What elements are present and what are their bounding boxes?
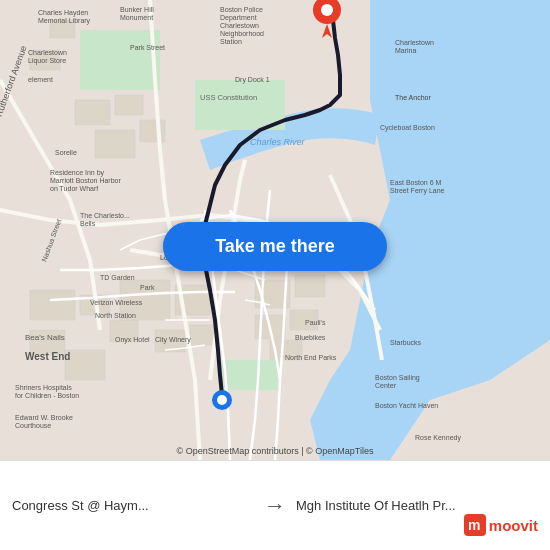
bottom-bar: Congress St @ Haym... → Mgh Institute Of… <box>0 460 550 550</box>
svg-text:Residence Inn by: Residence Inn by <box>50 169 105 177</box>
svg-text:Monument: Monument <box>120 14 153 21</box>
svg-text:TD Garden: TD Garden <box>100 274 135 281</box>
svg-text:Courthouse: Courthouse <box>15 422 51 429</box>
svg-text:The Charlesto...: The Charlesto... <box>80 212 130 219</box>
svg-text:Dry Dock 1: Dry Dock 1 <box>235 76 270 84</box>
svg-text:Liquor Store: Liquor Store <box>28 57 66 65</box>
svg-text:Charlestown: Charlestown <box>395 39 434 46</box>
svg-text:on Tudor Wharf: on Tudor Wharf <box>50 185 98 192</box>
svg-text:Starbucks: Starbucks <box>390 339 422 346</box>
svg-text:West End: West End <box>25 351 70 362</box>
svg-rect-16 <box>295 275 325 297</box>
svg-rect-9 <box>140 120 165 142</box>
svg-text:Park Street: Park Street <box>130 44 165 51</box>
svg-text:North End Parks: North End Parks <box>285 354 337 361</box>
svg-text:Pauli's: Pauli's <box>305 319 326 326</box>
map-container: Charles Hayden Memorial Library Bunker H… <box>0 0 550 460</box>
svg-point-25 <box>321 4 333 16</box>
map-attribution: © OpenStreetMap contributors | © OpenMap… <box>0 446 550 456</box>
svg-text:East Boston 6 M: East Boston 6 M <box>390 179 442 186</box>
svg-text:Memorial Library: Memorial Library <box>38 17 91 25</box>
svg-text:Neighborhood: Neighborhood <box>220 30 264 38</box>
svg-text:Bunker Hill: Bunker Hill <box>120 6 154 13</box>
moovit-logo: m moovit <box>464 514 538 536</box>
svg-rect-3 <box>195 80 285 130</box>
arrow-icon: → <box>254 493 296 519</box>
svg-text:The Anchor: The Anchor <box>395 94 431 101</box>
svg-text:Park: Park <box>140 284 155 291</box>
svg-text:Onyx Hotel: Onyx Hotel <box>115 336 150 344</box>
svg-text:Marriott Boston Harbor: Marriott Boston Harbor <box>50 177 121 184</box>
svg-text:Shriners Hospitals: Shriners Hospitals <box>15 384 72 392</box>
route-from: Congress St @ Haym... <box>12 498 254 513</box>
svg-text:Street Ferry Lane: Street Ferry Lane <box>390 187 445 195</box>
svg-text:City Winery: City Winery <box>155 336 191 344</box>
app: Charles Hayden Memorial Library Bunker H… <box>0 0 550 550</box>
svg-rect-1 <box>220 360 280 390</box>
svg-rect-8 <box>95 130 135 158</box>
svg-text:Center: Center <box>375 382 397 389</box>
take-me-there-button[interactable]: Take me there <box>163 222 387 271</box>
svg-rect-6 <box>75 100 110 125</box>
svg-text:Verizon Wireless: Verizon Wireless <box>90 299 143 306</box>
svg-text:Cycleboat Boston: Cycleboat Boston <box>380 124 435 132</box>
to-stop-label: Mgh Institute Of Heatlh Pr... <box>296 498 496 513</box>
route-info: Congress St @ Haym... → Mgh Institute Of… <box>12 493 538 519</box>
svg-text:Edward W. Brooke: Edward W. Brooke <box>15 414 73 421</box>
svg-text:Bluebikes: Bluebikes <box>295 334 326 341</box>
svg-text:Bells: Bells <box>80 220 96 227</box>
svg-text:Charles River: Charles River <box>250 137 306 147</box>
svg-text:Boston Police: Boston Police <box>220 6 263 13</box>
svg-rect-7 <box>115 95 143 115</box>
svg-text:Charlestown: Charlestown <box>28 49 67 56</box>
moovit-brand-text: moovit <box>489 517 538 534</box>
svg-text:USS Constitution: USS Constitution <box>200 93 257 102</box>
svg-text:Marina: Marina <box>395 47 417 54</box>
svg-text:for Children - Boston: for Children - Boston <box>15 392 79 399</box>
svg-rect-2 <box>80 30 160 90</box>
svg-text:Rose Kennedy: Rose Kennedy <box>415 434 461 442</box>
svg-text:Charlestown: Charlestown <box>220 22 259 29</box>
svg-text:Station: Station <box>220 38 242 45</box>
from-stop-label: Congress St @ Haym... <box>12 498 202 513</box>
svg-text:Boston Sailing: Boston Sailing <box>375 374 420 382</box>
svg-text:Charles Hayden: Charles Hayden <box>38 9 88 17</box>
svg-text:Bea's Nails: Bea's Nails <box>25 333 65 342</box>
moovit-logo-icon: m <box>464 514 486 536</box>
svg-text:Sorelle: Sorelle <box>55 149 77 156</box>
svg-point-27 <box>217 395 227 405</box>
svg-text:Department: Department <box>220 14 257 22</box>
svg-rect-13 <box>65 350 105 380</box>
svg-text:m: m <box>468 517 480 533</box>
svg-text:Boston Yacht Haven: Boston Yacht Haven <box>375 402 438 409</box>
svg-rect-10 <box>30 290 75 320</box>
route-to: Mgh Institute Of Heatlh Pr... <box>296 498 538 513</box>
svg-text:element: element <box>28 76 53 83</box>
svg-text:North Station: North Station <box>95 312 136 319</box>
